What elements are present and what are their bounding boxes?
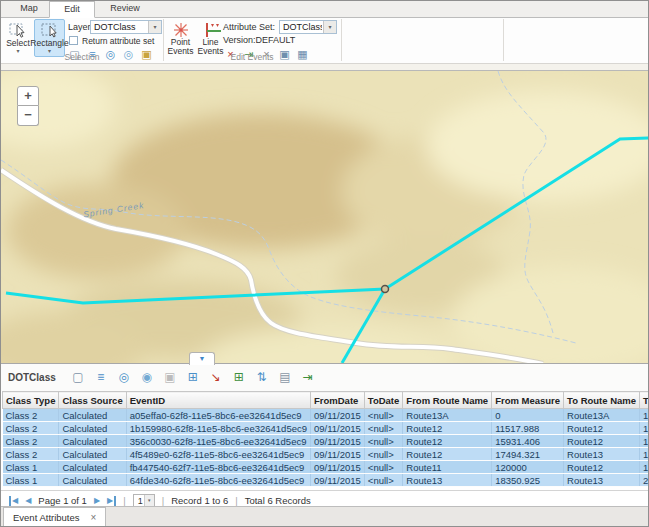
table-cell[interactable]: 18350.925 xyxy=(640,448,649,461)
map-canvas[interactable]: Spring Creek + − xyxy=(1,71,649,363)
tab-edit[interactable]: Edit xyxy=(49,1,95,18)
table-cell[interactable]: <null> xyxy=(364,422,403,435)
column-header[interactable]: Class Source xyxy=(59,392,126,409)
route-junction-marker[interactable] xyxy=(382,286,389,293)
table-row[interactable]: Class 1Calculatedfb447540-62f7-11e5-8bc6… xyxy=(3,461,649,474)
table-cell[interactable]: fb447540-62f7-11e5-8bc6-ee32641d5ec9 xyxy=(126,461,310,474)
table-cell[interactable]: 0 xyxy=(492,409,564,422)
close-icon[interactable]: × xyxy=(91,513,97,523)
tab-review[interactable]: Review xyxy=(101,1,149,16)
page-number-caret-icon[interactable]: ▾ xyxy=(144,495,154,506)
table-row[interactable]: Class 2Calculated1b159980-62f8-11e5-8bc6… xyxy=(3,422,649,435)
column-header[interactable]: From Measure xyxy=(492,392,564,409)
clear-selection-icon[interactable]: ↘ xyxy=(208,369,224,386)
table-cell[interactable]: Calculated xyxy=(59,435,126,448)
table-cell[interactable]: Route13A xyxy=(403,409,492,422)
table-cell[interactable]: <null> xyxy=(364,461,403,474)
table-cell[interactable]: Route13 xyxy=(564,448,640,461)
column-header[interactable]: To Measure xyxy=(640,392,649,409)
column-header[interactable]: From Route Name xyxy=(403,392,492,409)
last-page-button[interactable]: ▶ xyxy=(107,496,116,506)
record-notes-icon[interactable]: ▤ xyxy=(277,369,293,386)
table-cell[interactable]: 18350.925 xyxy=(492,474,564,487)
select-records-icon[interactable]: ▢ xyxy=(70,369,86,386)
table-cell[interactable]: Route13 xyxy=(403,474,492,487)
zoom-out-button[interactable]: − xyxy=(17,106,39,126)
table-cell[interactable]: 19313.774 xyxy=(640,409,649,422)
layer-dropdown-caret-icon[interactable]: ▾ xyxy=(148,21,161,33)
table-cell[interactable]: a05effa0-62f8-11e5-8bc6-ee32641d5ec9 xyxy=(126,409,310,422)
column-header[interactable]: ToDate xyxy=(364,392,403,409)
next-page-button[interactable]: ▶ xyxy=(94,496,100,506)
add-record-icon[interactable]: ⊞ xyxy=(231,369,247,386)
table-cell[interactable]: 64fde340-62f8-11e5-8bc6-ee32641d5ec9 xyxy=(126,474,310,487)
table-cell[interactable]: 1b159980-62f8-11e5-8bc6-ee32641d5ec9 xyxy=(126,422,310,435)
table-cell[interactable]: 120000 xyxy=(492,461,564,474)
attribute-set-caret-icon[interactable]: ▾ xyxy=(323,21,336,33)
zoom-in-button[interactable]: + xyxy=(17,86,39,106)
table-cell[interactable]: <null> xyxy=(364,409,403,422)
attribute-table-icon[interactable]: ⊞ xyxy=(185,369,201,386)
table-cell[interactable]: Class 2 xyxy=(3,448,59,461)
table-cell[interactable]: Route12 xyxy=(403,435,492,448)
table-cell[interactable]: <null> xyxy=(364,435,403,448)
table-cell[interactable]: 11517.988 xyxy=(492,422,564,435)
table-cell[interactable]: 09/11/2015 xyxy=(310,448,364,461)
table-cell[interactable]: <null> xyxy=(364,448,403,461)
table-cell[interactable]: Class 2 xyxy=(3,435,59,448)
table-cell[interactable]: 09/11/2015 xyxy=(310,435,364,448)
table-cell[interactable]: Route11 xyxy=(403,461,492,474)
table-cell[interactable]: Class 1 xyxy=(3,474,59,487)
table-row[interactable]: Class 2Calculateda05effa0-62f8-11e5-8bc6… xyxy=(3,409,649,422)
table-cell[interactable]: Calculated xyxy=(59,422,126,435)
table-cell[interactable]: 15931.406 xyxy=(492,435,564,448)
table-cell[interactable]: 09/11/2015 xyxy=(310,474,364,487)
table-cell[interactable]: 09/11/2015 xyxy=(310,461,364,474)
return-attribute-set-checkbox[interactable] xyxy=(69,36,78,45)
table-cell[interactable]: 09/11/2015 xyxy=(310,422,364,435)
table-cell[interactable]: 4f5489e0-62f8-11e5-8bc6-ee32641d5ec9 xyxy=(126,448,310,461)
show-selected-records-icon[interactable]: ≡ xyxy=(93,369,109,386)
column-header[interactable]: EventID xyxy=(126,392,310,409)
table-cell[interactable]: Calculated xyxy=(59,448,126,461)
table-cell[interactable]: Calculated xyxy=(59,461,126,474)
table-cell[interactable]: Class 2 xyxy=(3,409,59,422)
table-row[interactable]: Class 2Calculated4f5489e0-62f8-11e5-8bc6… xyxy=(3,448,649,461)
table-cell[interactable]: 17494.321 xyxy=(640,435,649,448)
tab-map[interactable]: Map xyxy=(9,1,49,16)
previous-page-button[interactable]: ◀ xyxy=(25,496,31,506)
table-row[interactable]: Class 2Calculated356c0030-62f8-11e5-8bc6… xyxy=(3,435,649,448)
panel-collapse-handle[interactable]: ▼ xyxy=(189,352,215,365)
table-cell[interactable]: 11517.988 xyxy=(640,461,649,474)
table-cell[interactable]: 356c0030-62f8-11e5-8bc6-ee32641d5ec9 xyxy=(126,435,310,448)
measure-range-icon[interactable]: ⇥ xyxy=(300,369,316,386)
table-cell[interactable]: Class 1 xyxy=(3,461,59,474)
table-cell[interactable]: Route12 xyxy=(564,461,640,474)
column-header[interactable]: To Route Name xyxy=(564,392,640,409)
first-page-button[interactable]: ◀ xyxy=(9,496,18,506)
table-cell[interactable]: Calculated xyxy=(59,474,126,487)
table-cell[interactable]: Route12 xyxy=(564,422,640,435)
table-cell[interactable]: 15931.406 xyxy=(640,422,649,435)
table-cell[interactable]: Route13 xyxy=(564,474,640,487)
table-cell[interactable]: 09/11/2015 xyxy=(310,409,364,422)
sort-records-icon[interactable]: ⇅ xyxy=(254,369,270,386)
table-cell[interactable]: Route12 xyxy=(403,422,492,435)
zoom-to-selected-icon[interactable]: ◎ xyxy=(116,369,132,386)
tab-event-attributes[interactable]: Event Attributes × xyxy=(3,507,106,527)
attribute-set-dropdown[interactable]: DOTClass ▾ xyxy=(279,20,337,34)
table-cell[interactable]: Calculated xyxy=(59,409,126,422)
table-cell[interactable]: <null> xyxy=(364,474,403,487)
table-cell[interactable]: 21231.919 xyxy=(640,474,649,487)
table-cell[interactable]: Route12 xyxy=(564,435,640,448)
column-header[interactable]: FromDate xyxy=(310,392,364,409)
column-header[interactable]: Class Type xyxy=(3,392,59,409)
table-cell[interactable]: Route12 xyxy=(403,448,492,461)
layer-dropdown[interactable]: DOTClass ▾ xyxy=(90,20,162,34)
table-row[interactable]: Class 1Calculated64fde340-62f8-11e5-8bc6… xyxy=(3,474,649,487)
pan-to-selected-icon[interactable]: ◉ xyxy=(139,369,155,386)
save-edits-icon[interactable]: ▣ xyxy=(162,369,178,386)
table-cell[interactable]: Route13A xyxy=(564,409,640,422)
table-cell[interactable]: 17494.321 xyxy=(492,448,564,461)
table-cell[interactable]: Class 2 xyxy=(3,422,59,435)
